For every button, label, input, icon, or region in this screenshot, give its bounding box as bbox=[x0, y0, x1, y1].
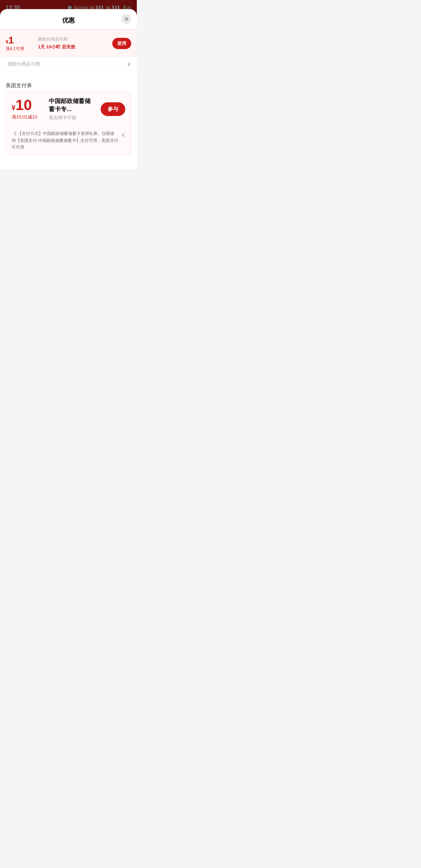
payment-section-label: 美团支付券 bbox=[0, 77, 137, 91]
join-button[interactable]: 参与 bbox=[101, 102, 125, 116]
modal-spacer bbox=[0, 71, 137, 77]
payment-coupon-bottom: · 1.【支付方式】中国邮政储蓄储蓄卡首绑礼券。仅限使用【美团支付-中国邮政储蓄… bbox=[6, 127, 131, 155]
prev-coupon-label: 限部分商品可用 bbox=[38, 36, 108, 42]
coupon-expand-label: · 限部分商品可用 bbox=[6, 61, 40, 67]
prev-coupon-item: ¥1 满4.1可用 限部分商品可用 1天 10小时 后失效 使用 bbox=[0, 29, 137, 57]
payment-coupon-item: ¥10 满10.01减10 中国邮政储蓄储蓄卡专... 首次绑卡可领 参与 · … bbox=[6, 91, 131, 155]
modal-title: 优惠 bbox=[62, 16, 75, 25]
prev-coupon-details: 限部分商品可用 1天 10小时 后失效 bbox=[38, 36, 108, 50]
expand-chevron-icon: ∨ bbox=[127, 61, 131, 67]
modal-header: 优惠 ✕ bbox=[0, 9, 137, 29]
prev-yen-sign: ¥ bbox=[6, 39, 8, 45]
prev-coupon-expire: 1天 10小时 后失效 bbox=[38, 44, 108, 50]
modal-close-button[interactable]: ✕ bbox=[121, 14, 131, 24]
payment-coupon-condition: 满10.01减10 bbox=[12, 114, 43, 120]
prev-coupon-amount-wrap: ¥1 满4.1可用 bbox=[6, 35, 34, 52]
payment-coupon-top: ¥10 满10.01减10 中国邮政储蓄储蓄卡专... 首次绑卡可领 参与 bbox=[6, 91, 131, 127]
payment-coupon-details: 中国邮政储蓄储蓄卡专... 首次绑卡可领 bbox=[49, 97, 95, 121]
payment-amount-wrap: ¥10 满10.01减10 bbox=[12, 98, 43, 120]
payment-coupon-amount: ¥10 bbox=[12, 98, 43, 112]
prev-coupon-amount: ¥1 bbox=[6, 35, 34, 46]
coupon-expand-row[interactable]: · 限部分商品可用 ∨ bbox=[0, 57, 137, 71]
payment-expand-icon[interactable]: ∨ bbox=[121, 130, 125, 139]
modal-sheet: 优惠 ✕ ¥1 满4.1可用 限部分商品可用 1天 10小时 后失效 使用 · … bbox=[0, 9, 137, 169]
prev-coupon-use-button[interactable]: 使用 bbox=[112, 38, 131, 49]
prev-coupon-condition: 满4.1可用 bbox=[6, 46, 34, 52]
payment-coupon-sub: 首次绑卡可领 bbox=[49, 115, 95, 121]
payment-coupon-terms: · 1.【支付方式】中国邮政储蓄储蓄卡首绑礼券。仅限使用【美团支付-中国邮政储蓄… bbox=[12, 130, 125, 151]
app-background: 13:39 💬 16.9 K/s 5G ▌▌▌ 4G ▌▌▌ 🔋21 ‹ ⚡ 特… bbox=[0, 0, 137, 169]
payment-coupon-name: 中国邮政储蓄储蓄卡专... bbox=[49, 97, 95, 113]
payment-yen-sign: ¥ bbox=[12, 104, 15, 111]
